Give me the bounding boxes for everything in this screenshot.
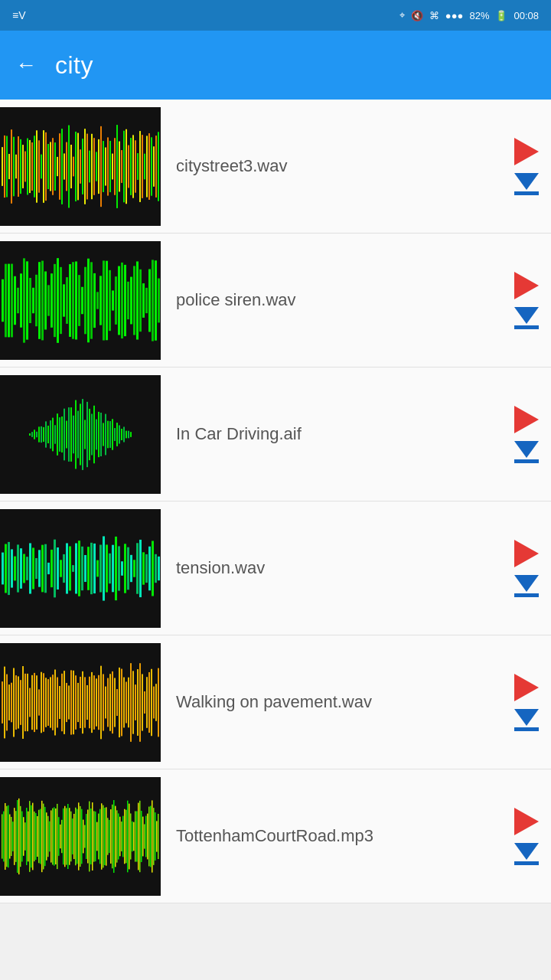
svg-rect-121 xyxy=(29,433,31,436)
svg-rect-236 xyxy=(43,673,44,732)
download-button[interactable] xyxy=(514,709,539,731)
svg-rect-326 xyxy=(61,819,63,852)
svg-rect-40 xyxy=(93,138,95,195)
svg-rect-18 xyxy=(43,130,44,203)
download-button[interactable] xyxy=(514,307,539,329)
svg-rect-298 xyxy=(18,798,20,874)
svg-rect-339 xyxy=(81,808,83,864)
svg-rect-117 xyxy=(148,269,151,332)
svg-rect-195 xyxy=(90,542,93,593)
svg-rect-269 xyxy=(119,667,120,737)
play-button[interactable] xyxy=(514,540,539,567)
svg-rect-120 xyxy=(158,278,160,322)
svg-rect-151 xyxy=(98,411,99,456)
svg-rect-349 xyxy=(96,822,98,851)
battery-icon: 🔋 xyxy=(495,10,507,21)
svg-rect-358 xyxy=(110,809,112,864)
svg-rect-333 xyxy=(72,818,73,854)
svg-rect-287 xyxy=(2,814,3,858)
svg-rect-39 xyxy=(91,133,93,198)
download-line-icon xyxy=(514,325,539,329)
svg-rect-160 xyxy=(119,425,120,443)
svg-rect-183 xyxy=(54,539,56,597)
svg-rect-233 xyxy=(36,675,37,730)
svg-rect-323 xyxy=(57,803,58,868)
svg-rect-388 xyxy=(156,821,158,851)
svg-rect-372 xyxy=(132,821,133,851)
svg-rect-110 xyxy=(127,281,129,318)
play-button[interactable] xyxy=(514,272,539,299)
svg-rect-140 xyxy=(73,415,74,453)
play-button[interactable] xyxy=(514,808,539,835)
svg-rect-318 xyxy=(49,821,51,851)
svg-rect-353 xyxy=(103,805,104,867)
svg-rect-256 xyxy=(89,676,90,727)
svg-rect-56 xyxy=(130,138,132,195)
play-button[interactable] xyxy=(514,406,539,433)
play-button[interactable] xyxy=(514,138,539,165)
svg-rect-152 xyxy=(100,412,102,456)
svg-rect-154 xyxy=(105,413,106,455)
svg-rect-190 xyxy=(75,543,77,593)
svg-rect-267 xyxy=(114,678,116,727)
svg-rect-314 xyxy=(43,803,44,869)
svg-rect-16 xyxy=(38,140,40,192)
svg-rect-351 xyxy=(99,808,101,864)
svg-rect-179 xyxy=(41,544,44,592)
svg-rect-260 xyxy=(98,675,99,729)
svg-rect-301 xyxy=(23,817,24,856)
download-button[interactable] xyxy=(514,173,539,195)
waveform-thumbnail xyxy=(0,509,161,628)
download-arrow-icon xyxy=(514,173,539,190)
svg-rect-198 xyxy=(99,544,102,592)
svg-rect-47 xyxy=(109,140,111,191)
svg-rect-367 xyxy=(124,808,126,864)
download-line-icon xyxy=(514,459,539,463)
download-arrow-icon xyxy=(514,441,539,458)
svg-rect-184 xyxy=(57,547,59,590)
page-title: city xyxy=(55,51,93,80)
svg-rect-307 xyxy=(32,802,34,870)
svg-rect-124 xyxy=(36,431,37,436)
svg-rect-133 xyxy=(57,413,58,456)
svg-rect-107 xyxy=(118,266,120,335)
svg-rect-24 xyxy=(57,156,58,175)
download-button[interactable] xyxy=(514,575,539,597)
svg-rect-345 xyxy=(90,808,92,864)
svg-rect-273 xyxy=(128,677,129,727)
svg-rect-66 xyxy=(153,146,155,187)
svg-rect-61 xyxy=(142,135,143,198)
app-icon: ≡V xyxy=(12,9,26,21)
file-name: In Car Driving.aif xyxy=(161,424,514,444)
svg-rect-230 xyxy=(29,688,31,717)
svg-rect-208 xyxy=(130,554,132,581)
svg-rect-134 xyxy=(59,417,60,452)
svg-rect-142 xyxy=(77,410,79,458)
svg-rect-76 xyxy=(23,258,25,342)
svg-rect-114 xyxy=(139,269,142,331)
play-button[interactable] xyxy=(514,674,539,701)
svg-rect-98 xyxy=(90,262,93,338)
download-arrow-icon xyxy=(514,843,539,860)
svg-rect-263 xyxy=(105,686,106,718)
download-button[interactable] xyxy=(514,441,539,463)
download-button[interactable] xyxy=(514,843,539,865)
svg-rect-145 xyxy=(84,420,86,449)
svg-rect-224 xyxy=(15,675,17,730)
svg-rect-164 xyxy=(128,430,129,438)
svg-rect-58 xyxy=(135,140,136,192)
svg-rect-148 xyxy=(91,413,93,455)
svg-rect-96 xyxy=(84,266,86,334)
svg-rect-29 xyxy=(68,125,70,207)
svg-rect-202 xyxy=(112,544,114,592)
svg-rect-305 xyxy=(29,801,31,872)
svg-rect-82 xyxy=(41,260,44,340)
svg-rect-381 xyxy=(145,815,147,857)
svg-rect-284 xyxy=(153,686,155,718)
svg-rect-43 xyxy=(100,126,102,206)
svg-rect-181 xyxy=(47,562,50,573)
svg-rect-115 xyxy=(142,283,145,318)
svg-rect-46 xyxy=(107,137,109,195)
svg-rect-41 xyxy=(96,152,97,181)
back-button[interactable]: ← xyxy=(15,54,37,76)
